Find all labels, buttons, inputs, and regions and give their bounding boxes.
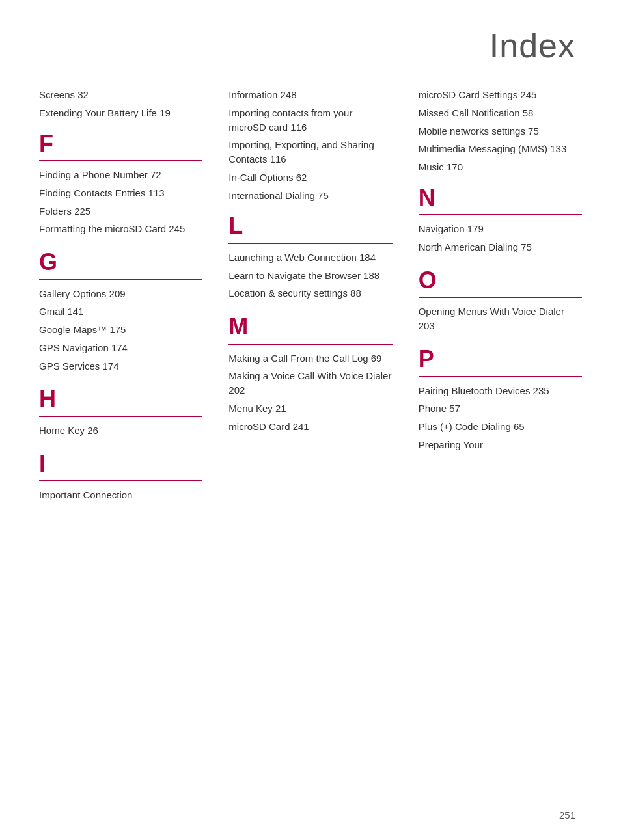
entry-opening-menus: Opening Menus With Voice Dialer 203 [419,305,582,333]
top-entries-col3: microSD Card Settings 245 Missed Call No… [419,85,582,174]
column-3: microSD Card Settings 245 Missed Call No… [406,85,582,515]
entry-launching: Launching a Web Connection 184 [228,251,392,265]
top-entries-col1: Screens 32 Extending Your Battery Life 1… [39,85,202,120]
divider-g [39,279,202,280]
entry-microsd: microSD Card 241 [228,420,392,434]
entry-formatting: Formatting the microSD Card 245 [39,222,202,236]
entry-important: Important Connection [39,488,202,502]
divider-o [419,297,582,298]
divider-h [39,416,202,417]
section-l: L Launching a Web Connection 184 Learn t… [228,213,392,301]
entry-music: Music 170 [419,160,582,174]
entry-battery: Extending Your Battery Life 19 [39,106,202,120]
entry-navigation: Navigation 179 [419,222,582,236]
letter-l: L [228,213,392,239]
entry-homekey: Home Key 26 [39,424,202,438]
section-g: G Gallery Options 209 Gmail 141 Google M… [39,249,202,373]
top-divider-col2 [228,85,392,85]
entry-north-american: North American Dialing 75 [419,240,582,254]
entry-making-voice-call: Making a Voice Call With Voice Dialer 20… [228,369,392,398]
entry-gallery: Gallery Options 209 [39,287,202,301]
section-p: P Pairing Bluetooth Devices 235 Phone 57… [419,346,582,452]
entry-menukey: Menu Key 21 [228,401,392,416]
letter-i: I [39,451,202,477]
entry-pairing-bluetooth: Pairing Bluetooth Devices 235 [419,384,582,398]
entry-plus-code: Plus (+) Code Dialing 65 [419,420,582,434]
divider-n [419,214,582,215]
entry-importing-contacts: Importing contacts from your microSD car… [228,106,392,135]
entry-intl-dialing: International Dialing 75 [228,189,392,203]
entry-mobile-networks: Mobile networks settings 75 [419,124,582,139]
letter-p: P [419,346,582,372]
column-1: Screens 32 Extending Your Battery Life 1… [39,85,215,515]
entry-gpsnav: GPS Navigation 174 [39,341,202,355]
section-o: O Opening Menus With Voice Dialer 203 [419,267,582,333]
section-f: F Finding a Phone Number 72 Finding Cont… [39,131,202,237]
entry-information: Information 248 [228,88,392,102]
entry-screens: Screens 32 [39,88,202,102]
column-2: Information 248 Importing contacts from … [215,85,405,515]
entry-location-security: Location & security settings 88 [228,286,392,301]
entry-multimedia: Multimedia Messaging (MMS) 133 [419,142,582,156]
top-divider-col1 [39,85,202,85]
entry-gpsservices: GPS Services 174 [39,359,202,373]
letter-n: N [419,185,582,211]
entry-incall: In-Call Options 62 [228,170,392,185]
top-entries-col2: Information 248 Importing contacts from … [228,85,392,202]
letter-o: O [419,267,582,293]
entry-gmail: Gmail 141 [39,305,202,319]
entry-importing-exporting: Importing, Exporting, and Sharing Contac… [228,138,392,167]
entry-preparing: Preparing Your [419,438,582,452]
divider-i [39,480,202,481]
entry-missed-call: Missed Call Notification 58 [419,106,582,120]
entry-microsd-settings: microSD Card Settings 245 [419,88,582,102]
entry-making-call: Making a Call From the Call Log 69 [228,351,392,366]
entry-phone: Phone 57 [419,401,582,416]
section-n: N Navigation 179 North American Dialing … [419,185,582,254]
entry-googlemaps: Google Maps™ 175 [39,323,202,337]
letter-g: G [39,249,202,275]
page-title: Index [0,0,621,85]
entry-learn-browser: Learn to Navigate the Browser 188 [228,269,392,283]
letter-m: M [228,314,392,340]
section-i: I Important Connection [39,451,202,502]
entry-folders: Folders 225 [39,204,202,219]
divider-f [39,160,202,161]
divider-p [419,376,582,377]
letter-f: F [39,131,202,157]
top-divider-col3 [419,85,582,85]
letter-h: H [39,386,202,412]
page-number: 251 [559,809,575,820]
entry-finding-phone: Finding a Phone Number 72 [39,168,202,182]
divider-m [228,344,392,345]
entry-finding-contacts: Finding Contacts Entries 113 [39,186,202,200]
divider-l [228,243,392,244]
section-m: M Making a Call From the Call Log 69 Mak… [228,314,392,433]
section-h: H Home Key 26 [39,386,202,437]
